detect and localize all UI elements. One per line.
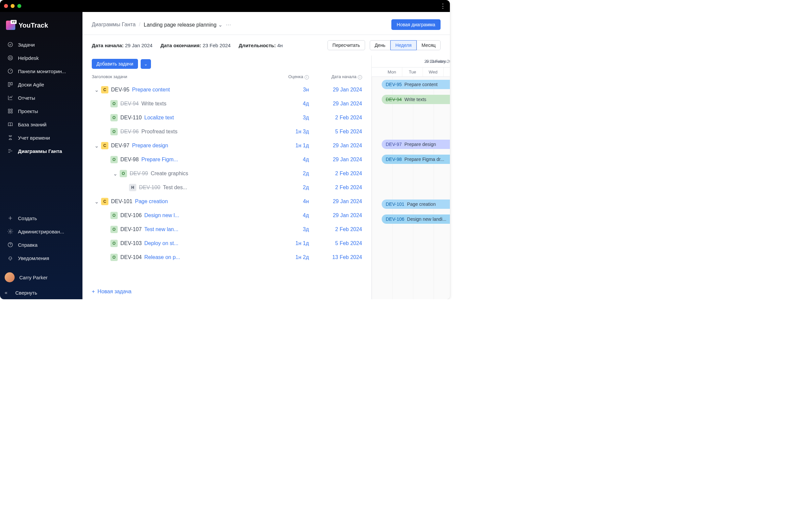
view-month[interactable]: Месяц bbox=[417, 40, 440, 50]
task-estimate[interactable]: 4н bbox=[269, 198, 309, 205]
task-title[interactable]: Design new l... bbox=[144, 212, 179, 218]
task-estimate[interactable]: 3н bbox=[269, 87, 309, 93]
task-row[interactable]: O DEV-103 Deploy on st... 1н 1д 5 Feb 20… bbox=[82, 236, 372, 250]
task-start-date[interactable]: 5 Feb 2024 bbox=[309, 129, 362, 135]
chevron-down-icon[interactable]: ⌄ bbox=[94, 198, 98, 205]
chevron-down-icon[interactable]: ⌄ bbox=[218, 22, 223, 27]
sidebar-bottom-1[interactable]: Администрирован... bbox=[3, 225, 80, 238]
minimize-icon[interactable] bbox=[11, 4, 15, 8]
task-title[interactable]: Prepare Figm... bbox=[141, 157, 178, 163]
task-estimate[interactable]: 3д bbox=[269, 115, 309, 121]
info-icon[interactable]: i bbox=[358, 75, 362, 79]
task-row[interactable]: ⌄ C DEV-97 Prepare design 1н 1д 29 Jan 2… bbox=[82, 139, 372, 153]
chevron-down-icon[interactable]: ⌄ bbox=[113, 171, 117, 177]
breadcrumb-root[interactable]: Диаграммы Ганта bbox=[92, 22, 136, 27]
task-estimate[interactable]: 4д bbox=[269, 157, 309, 163]
task-estimate[interactable]: 2д bbox=[269, 185, 309, 191]
chevron-down-icon[interactable]: ⌄ bbox=[94, 87, 98, 93]
new-chart-button[interactable]: Новая диаграмма bbox=[391, 19, 440, 30]
sidebar-item-3[interactable]: Доски Agile bbox=[3, 78, 80, 91]
task-start-date[interactable]: 29 Jan 2024 bbox=[309, 198, 362, 205]
sidebar-item-4[interactable]: Отчеты bbox=[3, 91, 80, 104]
gantt-bar[interactable]: DEV-98Prepare Figma dr... bbox=[382, 155, 450, 164]
bar-title: Design new landi... bbox=[407, 216, 446, 222]
kebab-icon[interactable]: ⋮ bbox=[440, 2, 446, 10]
breadcrumb-current[interactable]: Landing page release planning ⌄ bbox=[144, 22, 222, 28]
logo[interactable]: YouTrack bbox=[0, 18, 82, 38]
task-title[interactable]: Create graphics bbox=[151, 171, 188, 176]
task-row[interactable]: O DEV-107 Test new lan... 3д 2 Feb 2024 bbox=[82, 223, 372, 236]
task-title[interactable]: Prepare design bbox=[132, 142, 168, 149]
info-icon[interactable]: i bbox=[305, 75, 309, 79]
grid-icon bbox=[7, 108, 13, 114]
user-profile[interactable]: Carry Parker bbox=[0, 269, 82, 286]
task-start-date[interactable]: 2 Feb 2024 bbox=[309, 226, 362, 232]
task-start-date[interactable]: 29 Jan 2024 bbox=[309, 87, 362, 93]
view-week[interactable]: Неделя bbox=[391, 40, 417, 50]
task-start-date[interactable]: 29 Jan 2024 bbox=[309, 142, 362, 149]
task-row[interactable]: O DEV-106 Design new l... 4д 29 Jan 2024 bbox=[82, 208, 372, 223]
task-row[interactable]: ⌄ C DEV-101 Page creation 4н 29 Jan 2024 bbox=[82, 194, 372, 208]
task-title[interactable]: Release on p... bbox=[144, 254, 180, 260]
sidebar-bottom-0[interactable]: Создать bbox=[3, 211, 80, 225]
task-estimate[interactable]: 1н 1д bbox=[269, 142, 309, 149]
close-icon[interactable] bbox=[4, 4, 8, 8]
task-start-date[interactable]: 2 Feb 2024 bbox=[309, 115, 362, 121]
sidebar-item-8[interactable]: Диаграммы Ганта bbox=[3, 144, 80, 158]
add-tasks-dropdown[interactable]: ⌄ bbox=[141, 59, 151, 69]
sidebar-item-0[interactable]: Задачи bbox=[3, 38, 80, 51]
sidebar-item-7[interactable]: Учет времени bbox=[3, 131, 80, 144]
sidebar-item-5[interactable]: Проекты bbox=[3, 104, 80, 118]
task-title[interactable]: Prepare content bbox=[132, 87, 170, 93]
task-title[interactable]: Localize text bbox=[144, 115, 174, 121]
sidebar-item-6[interactable]: База знаний bbox=[3, 118, 80, 131]
task-id: DEV-110 bbox=[120, 115, 141, 121]
task-title[interactable]: Test new lan... bbox=[144, 226, 178, 232]
task-row[interactable]: ⌄ O DEV-99 Create graphics 2д 2 Feb 2024 bbox=[82, 167, 372, 180]
task-title[interactable]: Test des... bbox=[163, 185, 187, 191]
task-title[interactable]: Proofread texts bbox=[141, 129, 177, 135]
add-tasks-button[interactable]: Добавить задачи bbox=[92, 59, 138, 69]
sidebar-item-2[interactable]: Панели мониторин... bbox=[3, 64, 80, 78]
task-start-date[interactable]: 29 Jan 2024 bbox=[309, 101, 362, 107]
task-row[interactable]: O DEV-94 Write texts 4д 29 Jan 2024 bbox=[82, 97, 372, 111]
gantt-bar[interactable]: DEV-106Design new landi... bbox=[382, 214, 450, 224]
task-title[interactable]: Write texts bbox=[141, 101, 166, 107]
task-estimate[interactable]: 2д bbox=[269, 171, 309, 176]
task-estimate[interactable]: 1н 1д bbox=[269, 241, 309, 246]
task-estimate[interactable]: 1н 2д bbox=[269, 254, 309, 260]
task-title[interactable]: Deploy on st... bbox=[144, 241, 178, 246]
task-estimate[interactable]: 4д bbox=[269, 212, 309, 218]
task-start-date[interactable]: 2 Feb 2024 bbox=[309, 171, 362, 176]
sidebar-bottom-2[interactable]: Справка bbox=[3, 238, 80, 251]
task-start-date[interactable]: 5 Feb 2024 bbox=[309, 241, 362, 246]
task-start-date[interactable]: 13 Feb 2024 bbox=[309, 254, 362, 260]
task-estimate[interactable]: 3д bbox=[269, 226, 309, 232]
maximize-icon[interactable] bbox=[17, 4, 21, 8]
sidebar-item-1[interactable]: Helpdesk bbox=[3, 51, 80, 64]
task-row[interactable]: O DEV-98 Prepare Figm... 4д 29 Jan 2024 bbox=[82, 153, 372, 167]
task-row[interactable]: O DEV-96 Proofread texts 1н 3д 5 Feb 202… bbox=[82, 125, 372, 139]
collapse-sidebar[interactable]: « Свернуть bbox=[0, 286, 82, 299]
task-row[interactable]: H DEV-100 Test des... 2д 2 Feb 2024 bbox=[82, 180, 372, 194]
new-task-button[interactable]: + Новая задача bbox=[82, 284, 372, 299]
task-estimate[interactable]: 4д bbox=[269, 101, 309, 107]
svg-rect-5 bbox=[11, 82, 13, 85]
gantt-bar[interactable]: DEV-94Write texts bbox=[382, 95, 450, 104]
gantt-bar[interactable]: DEV-101Page creation bbox=[382, 200, 450, 209]
task-row[interactable]: O DEV-104 Release on p... 1н 2д 13 Feb 2… bbox=[82, 250, 372, 264]
more-icon[interactable]: ⋯ bbox=[226, 22, 231, 28]
task-start-date[interactable]: 29 Jan 2024 bbox=[309, 157, 362, 163]
view-day[interactable]: День bbox=[370, 40, 391, 50]
sidebar-bottom-3[interactable]: Уведомления bbox=[3, 251, 80, 265]
task-start-date[interactable]: 29 Jan 2024 bbox=[309, 212, 362, 218]
task-title[interactable]: Page creation bbox=[135, 198, 168, 205]
task-start-date[interactable]: 2 Feb 2024 bbox=[309, 185, 362, 191]
gantt-bar[interactable]: DEV-95Prepare content bbox=[382, 80, 450, 89]
gantt-bar[interactable]: DEV-97Prepare design bbox=[382, 140, 450, 149]
task-row[interactable]: O DEV-110 Localize text 3д 2 Feb 2024 bbox=[82, 111, 372, 125]
task-row[interactable]: ⌄ C DEV-95 Prepare content 3н 29 Jan 202… bbox=[82, 83, 372, 97]
chevron-down-icon[interactable]: ⌄ bbox=[94, 142, 98, 149]
recalculate-button[interactable]: Пересчитать bbox=[327, 40, 365, 50]
task-estimate[interactable]: 1н 3д bbox=[269, 129, 309, 135]
